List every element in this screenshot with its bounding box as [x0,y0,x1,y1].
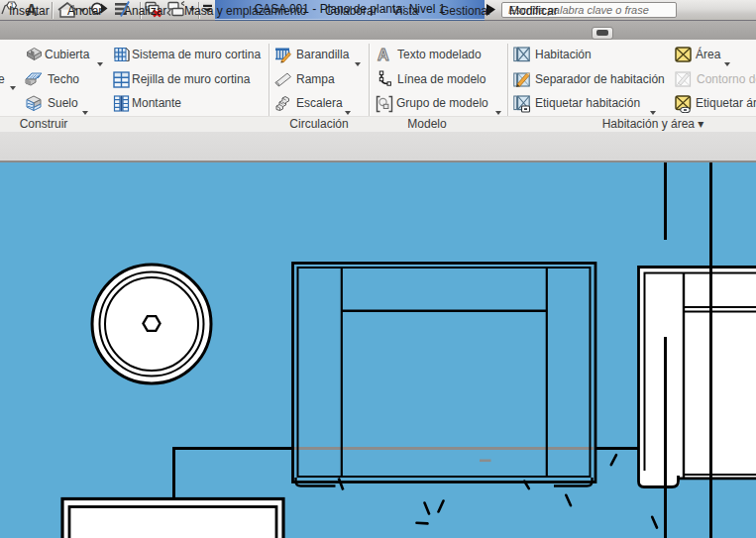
svg-text:A: A [378,47,389,63]
